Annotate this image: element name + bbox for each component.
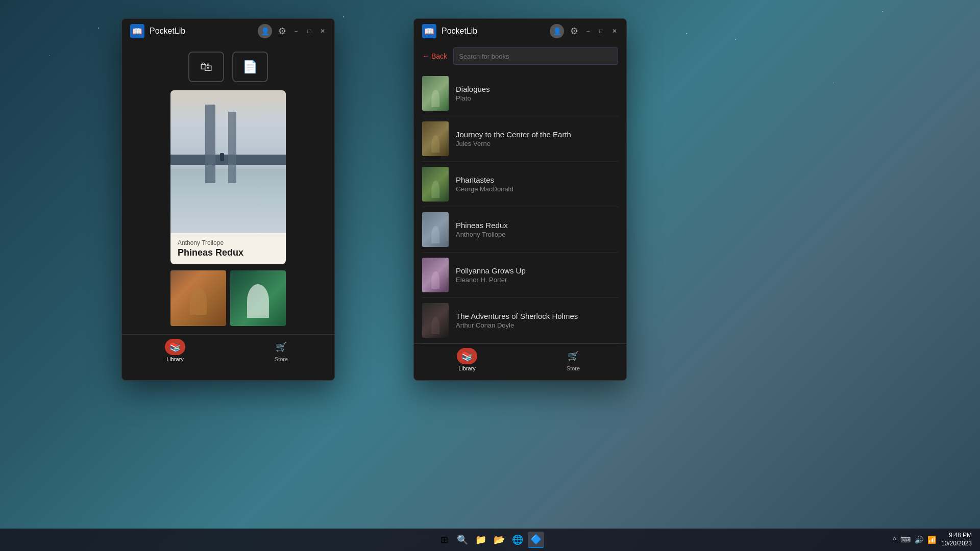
list-item[interactable]: Journey to the Center of the Earth Jules… — [422, 116, 618, 162]
system-clock[interactable]: 9:48 PM 10/20/2023 — [941, 532, 972, 547]
book-title: The Adventures of Sherlock Holmes — [456, 312, 618, 320]
cover-figure — [431, 271, 439, 289]
tray-chevron-icon[interactable]: ^ — [893, 536, 896, 544]
list-item[interactable]: Pollyanna Grows Up Eleanor H. Porter — [422, 253, 618, 298]
right-close-button[interactable]: ✕ — [611, 28, 618, 35]
left-maximize-button[interactable]: □ — [306, 28, 313, 35]
right-titlebar: 📖 PocketLib 👤 ⚙ − □ ✕ — [414, 19, 626, 43]
search-input[interactable] — [453, 47, 618, 65]
painting-figure — [220, 153, 224, 161]
book-author: Jules Verne — [456, 140, 618, 147]
back-arrow-icon: ← — [422, 52, 429, 60]
book-info: Dialogues Plato — [456, 85, 618, 102]
left-nav-library[interactable]: 📚 Library — [165, 339, 185, 362]
list-item[interactable]: The Adventures of Sherlock Holmes Arthur… — [422, 298, 618, 343]
store-icon: 🛒 — [276, 341, 287, 353]
thumb-figure-2 — [247, 284, 270, 317]
book-cover-phineas — [422, 212, 449, 247]
thumb-figure-1 — [190, 287, 207, 315]
book-cover-dialogues — [422, 76, 449, 111]
right-title-area: 📖 PocketLib — [422, 24, 477, 38]
store-label: Store — [275, 356, 288, 362]
cover-art — [422, 76, 449, 111]
right-nav-library[interactable]: 📚 Library — [457, 348, 477, 371]
featured-book-cover — [170, 90, 286, 233]
folder-icon[interactable]: 📂 — [491, 532, 507, 548]
thumbnail-1[interactable] — [170, 270, 226, 326]
back-button[interactable]: ← Back — [422, 52, 447, 60]
back-label: Back — [431, 52, 447, 60]
left-user-avatar[interactable]: 👤 — [258, 24, 272, 38]
book-title: Phineas Redux — [456, 221, 618, 230]
book-cover-phantastes — [422, 167, 449, 202]
volume-icon[interactable]: 🔊 — [915, 536, 923, 544]
left-main-content: 🛍 📄 Anthony Trollope Phineas Redux — [122, 43, 334, 334]
book-info: Pollyanna Grows Up Eleanor H. Porter — [456, 266, 618, 284]
right-settings-icon[interactable]: ⚙ — [570, 26, 578, 37]
pocketlib-taskbar-icon[interactable]: 🔷 — [528, 532, 544, 548]
right-store-label: Store — [567, 365, 580, 371]
share-button[interactable]: 🛍 — [188, 52, 224, 82]
cover-art — [422, 303, 449, 338]
left-bottom-nav: 📚 Library 🛒 Store — [122, 334, 334, 364]
library-icon: 📚 — [169, 341, 181, 353]
left-nav-store[interactable]: 🛒 Store — [271, 339, 291, 362]
keyboard-icon[interactable]: ⌨ — [900, 536, 911, 544]
library-label: Library — [166, 356, 184, 362]
clock-time: 9:48 PM — [941, 532, 972, 540]
clock-date: 10/20/2023 — [941, 540, 972, 548]
right-minimize-button[interactable]: − — [584, 28, 592, 35]
book-info: Phantastes George MacDonald — [456, 176, 618, 193]
book-author: Anthony Trollope — [456, 231, 618, 238]
taskbar-right: ^ ⌨ 🔊 📶 9:48 PM 10/20/2023 — [893, 532, 972, 547]
file-explorer-icon[interactable]: 📁 — [473, 532, 489, 548]
right-app-icon: 📖 — [422, 24, 436, 38]
new-book-button[interactable]: 📄 — [232, 52, 268, 82]
right-maximize-button[interactable]: □ — [598, 28, 605, 35]
thumbnail-2[interactable] — [230, 270, 286, 326]
book-title: Phantastes — [456, 176, 618, 184]
right-library-icon-wrap: 📚 — [457, 348, 477, 364]
thumbnail-row — [170, 270, 286, 326]
right-bottom-nav: 📚 Library 🛒 Store — [414, 343, 626, 373]
book-info: The Adventures of Sherlock Holmes Arthur… — [456, 312, 618, 329]
right-library-icon: 📚 — [461, 350, 473, 362]
taskbar: ⊞ 🔍 📁 📂 🌐 🔷 ^ ⌨ 🔊 📶 9:48 PM 10/20/2023 — [0, 529, 980, 551]
left-app-icon: 📖 — [130, 24, 144, 38]
list-item[interactable]: Dialogues Plato — [422, 71, 618, 116]
start-button[interactable]: ⊞ — [436, 532, 452, 548]
featured-book-card[interactable]: Anthony Trollope Phineas Redux — [170, 90, 286, 264]
cover-figure — [431, 135, 439, 153]
book-author: George MacDonald — [456, 185, 618, 193]
book-cover-sherlock — [422, 303, 449, 338]
search-taskbar-icon[interactable]: 🔍 — [454, 532, 471, 548]
book-title: Dialogues — [456, 85, 618, 93]
list-item[interactable]: Phineas Redux Anthony Trollope — [422, 207, 618, 253]
taskbar-center: ⊞ 🔍 📁 📂 🌐 🔷 — [436, 532, 544, 548]
right-library-label: Library — [458, 365, 476, 371]
network-icon[interactable]: 📶 — [927, 536, 936, 544]
left-minimize-button[interactable]: − — [292, 28, 300, 35]
painting-tower-right — [228, 112, 236, 183]
left-title-area: 📖 PocketLib — [130, 24, 185, 38]
right-nav-store[interactable]: 🛒 Store — [563, 348, 583, 371]
left-settings-icon[interactable]: ⚙ — [278, 26, 286, 37]
book-author: Eleanor H. Porter — [456, 276, 618, 284]
book-cover-pollyanna — [422, 258, 449, 292]
right-app-title: PocketLib — [442, 27, 477, 36]
cover-figure — [431, 317, 439, 334]
right-user-avatar[interactable]: 👤 — [550, 24, 564, 38]
book-cover-journey — [422, 121, 449, 156]
cover-figure — [431, 181, 439, 198]
featured-book-author: Anthony Trollope — [178, 239, 279, 246]
right-titlebar-right: 👤 ⚙ − □ ✕ — [550, 24, 618, 38]
browser-icon[interactable]: 🌐 — [509, 532, 526, 548]
book-title: Journey to the Center of the Earth — [456, 130, 618, 139]
left-close-button[interactable]: ✕ — [319, 28, 326, 35]
list-item[interactable]: Phantastes George MacDonald — [422, 162, 618, 207]
cover-art — [422, 258, 449, 292]
cover-figure — [431, 90, 439, 107]
book-info: Journey to the Center of the Earth Jules… — [456, 130, 618, 147]
book-info: Phineas Redux Anthony Trollope — [456, 221, 618, 238]
cover-art — [422, 212, 449, 247]
